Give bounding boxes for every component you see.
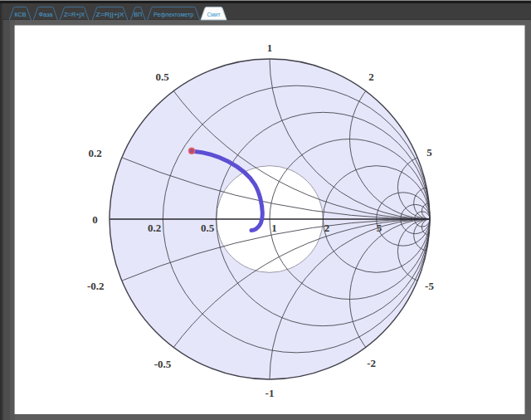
svg-text:0: 0: [92, 213, 98, 226]
svg-text:Z=R+jX: Z=R+jX: [64, 11, 85, 18]
svg-text:0.2: 0.2: [88, 147, 101, 159]
svg-text:1: 1: [267, 42, 273, 54]
svg-text:-2: -2: [367, 357, 376, 369]
svg-text:КСВ: КСВ: [14, 11, 26, 18]
svg-text:5: 5: [426, 146, 432, 159]
svg-text:2: 2: [324, 222, 330, 234]
svg-text:-5: -5: [425, 280, 434, 292]
svg-text:0.5: 0.5: [155, 71, 169, 83]
svg-text:1: 1: [271, 222, 277, 234]
svg-text:5: 5: [377, 222, 382, 234]
svg-text:Z=R||+jX: Z=R||+jX: [96, 11, 125, 18]
svg-text:2: 2: [368, 71, 374, 83]
svg-text:0.2: 0.2: [148, 222, 161, 234]
svg-text:Фаза: Фаза: [38, 11, 53, 18]
svg-text:Смит: Смит: [207, 11, 221, 18]
svg-text:-1: -1: [266, 387, 275, 399]
svg-text:-0.2: -0.2: [87, 280, 105, 292]
svg-text:ВП: ВП: [134, 11, 142, 18]
svg-text:-0.5: -0.5: [154, 358, 172, 370]
svg-text:0.5: 0.5: [201, 222, 215, 234]
svg-text:Рефлектометр: Рефлектометр: [153, 11, 193, 18]
